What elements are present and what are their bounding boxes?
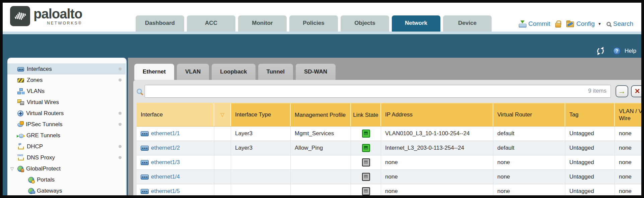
status-dot xyxy=(119,156,122,159)
interface-link[interactable]: ethernet1/2 xyxy=(151,145,180,151)
header-divider xyxy=(3,32,641,34)
tab-tunnel[interactable]: Tunnel xyxy=(258,64,293,80)
chevron-down-icon: ▼ xyxy=(598,22,601,26)
sidebar-item-interfaces[interactable]: Interfaces xyxy=(7,63,126,75)
ethernet-interface-icon xyxy=(141,160,149,165)
interfaces-table: Interface ▽ Interface Type Management Pr… xyxy=(137,103,641,195)
column-link-state[interactable]: Link State xyxy=(351,103,381,126)
app-window: paloalto NETWORKS® Dashboard ACC Monitor… xyxy=(0,0,644,198)
interface-link[interactable]: ethernet1/5 xyxy=(151,188,180,195)
interface-type-tabs: Ethernet VLAN Loopback Tunnel SD-WAN xyxy=(134,64,336,80)
link-state-up-icon xyxy=(362,144,370,152)
sidebar-item-gre-tunnels[interactable]: GRE Tunnels xyxy=(7,130,126,141)
tab-ethernet[interactable]: Ethernet xyxy=(134,64,174,80)
interface-sort-dropdown[interactable]: ▽ xyxy=(214,103,231,126)
sidebar-item-portals[interactable]: Portals xyxy=(7,174,126,185)
table-row[interactable]: ethernet1/1 Layer3 Mgmt_Services VLAN010… xyxy=(137,127,641,141)
interfaces-icon xyxy=(17,67,24,71)
column-tag[interactable]: Tag xyxy=(565,103,615,126)
apply-filter-button[interactable]: → xyxy=(616,85,628,97)
expand-caret-icon[interactable]: ▽ xyxy=(10,166,17,171)
link-state-down-icon xyxy=(362,158,370,166)
tab-dashboard[interactable]: Dashboard xyxy=(136,15,184,32)
link-state-down-icon xyxy=(362,173,370,181)
commit-button[interactable]: Commit xyxy=(519,20,550,28)
column-interface[interactable]: Interface xyxy=(137,103,214,126)
config-menu-button[interactable]: Config ▼ xyxy=(566,20,601,28)
sidebar-item-dhcp[interactable]: DHCP xyxy=(7,141,126,152)
context-band: Help xyxy=(3,34,641,58)
table-header: Interface ▽ Interface Type Management Pr… xyxy=(137,103,641,127)
tab-policies[interactable]: Policies xyxy=(289,15,338,32)
ethernet-interface-icon xyxy=(141,146,149,151)
unlock-icon[interactable] xyxy=(555,20,561,28)
dhcp-icon xyxy=(17,144,24,149)
interface-link[interactable]: ethernet1/1 xyxy=(151,130,180,137)
filter-input[interactable] xyxy=(145,85,611,98)
sidebar-item-gateways[interactable]: Gateways xyxy=(7,185,126,196)
brand-subtitle: NETWORKS® xyxy=(33,21,82,26)
green-arrow-icon: → xyxy=(618,88,626,95)
tab-loopback[interactable]: Loopback xyxy=(212,64,255,80)
column-vlan-virtual-wire[interactable]: VLAN / Virtual Wire xyxy=(615,103,641,126)
tab-vlan[interactable]: VLAN xyxy=(177,64,209,80)
tab-objects[interactable]: Objects xyxy=(341,15,389,32)
status-dot xyxy=(119,79,122,82)
table-row[interactable]: ethernet1/2 Layer3 Allow_Ping Internet_L… xyxy=(137,141,641,155)
sidebar-item-vlans[interactable]: VLANs xyxy=(7,86,126,97)
commit-label: Commit xyxy=(528,20,550,28)
table-row[interactable]: ethernet1/3 none none Untagged none xyxy=(137,155,641,170)
gre-tunnels-icon xyxy=(19,134,24,138)
commit-icon xyxy=(519,20,526,28)
sidebar-item-dns-proxy[interactable]: DNS Proxy xyxy=(7,152,126,163)
column-management-profile[interactable]: Management Profile xyxy=(291,103,351,126)
ethernet-interface-icon xyxy=(141,131,149,136)
items-count-badge: 9 items xyxy=(588,88,606,94)
config-label: Config xyxy=(576,20,595,28)
search-button[interactable]: Search xyxy=(606,20,633,28)
sidebar-item-ipsec-tunnels[interactable]: IPSec Tunnels xyxy=(7,119,126,130)
virtual-wires-icon xyxy=(17,99,24,105)
link-state-down-icon xyxy=(362,187,370,195)
ipsec-tunnels-icon xyxy=(17,123,23,127)
table-row[interactable]: ethernet1/5 none none Untagged none xyxy=(137,184,641,195)
search-label: Search xyxy=(613,20,633,28)
vlans-icon xyxy=(17,88,24,94)
search-icon xyxy=(606,22,611,26)
tab-sdwan[interactable]: SD-WAN xyxy=(296,64,336,80)
paloalto-logo-icon xyxy=(10,6,30,26)
status-dot xyxy=(119,112,122,115)
paloalto-logo: paloalto NETWORKS® xyxy=(10,6,82,26)
interface-link[interactable]: ethernet1/3 xyxy=(151,159,180,166)
help-icon[interactable] xyxy=(613,47,621,55)
portals-icon xyxy=(28,177,34,183)
clear-filter-button[interactable]: × xyxy=(631,85,641,97)
brand-name: paloalto xyxy=(33,6,82,21)
interface-link[interactable]: ethernet1/4 xyxy=(151,174,180,180)
zones-icon xyxy=(17,78,24,83)
link-state-up-icon xyxy=(362,130,370,138)
table-row[interactable]: ethernet1/4 none none Untagged none xyxy=(137,170,641,184)
column-ip-address[interactable]: IP Address xyxy=(381,103,493,126)
config-icon xyxy=(566,21,574,27)
sidebar-item-virtual-routers[interactable]: Virtual Routers xyxy=(7,108,126,119)
tab-network[interactable]: Network xyxy=(392,15,440,32)
sort-arrow-icon: ▽ xyxy=(220,112,224,118)
tab-device[interactable]: Device xyxy=(443,15,492,32)
status-dot xyxy=(119,67,122,70)
sidebar-item-globalprotect[interactable]: ▽ GlobalProtect xyxy=(7,163,126,174)
column-interface-type[interactable]: Interface Type xyxy=(231,103,291,126)
sidebar-item-virtual-wires[interactable]: Virtual Wires xyxy=(7,97,126,108)
tab-monitor[interactable]: Monitor xyxy=(238,15,287,32)
sidebar-item-zones[interactable]: Zones xyxy=(7,75,126,86)
virtual-routers-icon xyxy=(17,110,23,116)
status-dot xyxy=(119,145,122,148)
ethernet-panel: 9 items → × Interface ▽ Interface Type xyxy=(133,80,641,195)
header-actions: Commit Config ▼ Search xyxy=(519,17,633,30)
tab-acc[interactable]: ACC xyxy=(187,15,235,32)
column-virtual-router[interactable]: Virtual Router xyxy=(493,103,565,126)
refresh-icon[interactable] xyxy=(596,47,604,55)
gateways-icon xyxy=(28,188,34,194)
main-nav-tabs: Dashboard ACC Monitor Policies Objects N… xyxy=(136,15,492,32)
help-label[interactable]: Help xyxy=(625,48,636,54)
